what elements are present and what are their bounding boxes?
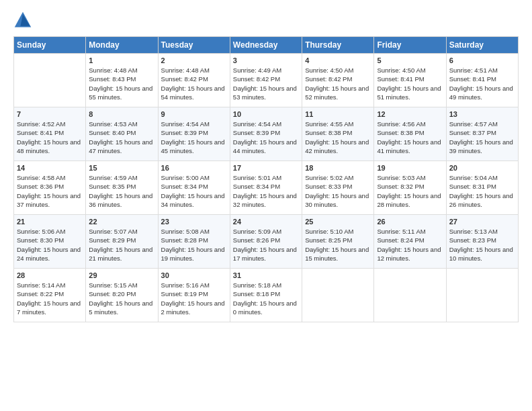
- day-info: Sunrise: 4:50 AM Sunset: 8:41 PM Dayligh…: [377, 66, 443, 101]
- day-number: 24: [233, 218, 299, 226]
- calendar-week-row: 1Sunrise: 4:48 AM Sunset: 8:43 PM Daylig…: [14, 54, 519, 107]
- day-info: Sunrise: 4:54 AM Sunset: 8:39 PM Dayligh…: [161, 120, 227, 155]
- day-info: Sunrise: 4:48 AM Sunset: 8:42 PM Dayligh…: [161, 66, 227, 101]
- day-number: 16: [161, 164, 227, 172]
- logo-icon: [13, 11, 32, 30]
- day-info: Sunrise: 4:51 AM Sunset: 8:41 PM Dayligh…: [449, 66, 515, 101]
- day-number: 3: [233, 56, 299, 64]
- day-info: Sunrise: 5:04 AM Sunset: 8:31 PM Dayligh…: [449, 173, 515, 209]
- day-number: 4: [305, 56, 371, 64]
- calendar-cell: 29Sunrise: 5:15 AM Sunset: 8:20 PM Dayli…: [86, 269, 158, 322]
- day-info: Sunrise: 5:13 AM Sunset: 8:23 PM Dayligh…: [449, 227, 515, 263]
- day-number: 22: [89, 218, 154, 226]
- calendar-week-row: 14Sunrise: 4:58 AM Sunset: 8:36 PM Dayli…: [14, 161, 519, 215]
- calendar-cell: 12Sunrise: 4:56 AM Sunset: 8:38 PM Dayli…: [374, 107, 446, 161]
- day-number: 31: [233, 271, 299, 279]
- day-number: 20: [449, 164, 515, 172]
- day-info: Sunrise: 5:11 AM Sunset: 8:24 PM Dayligh…: [377, 227, 443, 263]
- calendar-cell: 24Sunrise: 5:09 AM Sunset: 8:26 PM Dayli…: [230, 215, 302, 269]
- day-number: 30: [161, 271, 227, 279]
- calendar-cell: 23Sunrise: 5:08 AM Sunset: 8:28 PM Dayli…: [158, 215, 230, 269]
- day-info: Sunrise: 5:00 AM Sunset: 8:34 PM Dayligh…: [161, 173, 227, 209]
- day-number: 9: [161, 110, 227, 118]
- day-number: 15: [89, 164, 154, 172]
- day-number: 8: [89, 110, 154, 118]
- day-info: Sunrise: 5:16 AM Sunset: 8:19 PM Dayligh…: [161, 281, 227, 316]
- day-info: Sunrise: 5:18 AM Sunset: 8:18 PM Dayligh…: [233, 281, 299, 316]
- calendar-cell: [446, 269, 518, 322]
- day-info: Sunrise: 5:03 AM Sunset: 8:32 PM Dayligh…: [377, 173, 443, 209]
- calendar-cell: 10Sunrise: 4:54 AM Sunset: 8:39 PM Dayli…: [230, 107, 302, 161]
- calendar-cell: 20Sunrise: 5:04 AM Sunset: 8:31 PM Dayli…: [446, 161, 518, 215]
- day-info: Sunrise: 5:02 AM Sunset: 8:33 PM Dayligh…: [305, 173, 371, 209]
- day-info: Sunrise: 4:48 AM Sunset: 8:43 PM Dayligh…: [89, 66, 154, 101]
- header: [13, 11, 519, 30]
- calendar-cell: 13Sunrise: 4:57 AM Sunset: 8:37 PM Dayli…: [446, 107, 518, 161]
- day-info: Sunrise: 4:53 AM Sunset: 8:40 PM Dayligh…: [89, 120, 154, 155]
- calendar-cell: 22Sunrise: 5:07 AM Sunset: 8:29 PM Dayli…: [86, 215, 158, 269]
- calendar-cell: [14, 54, 86, 107]
- day-info: Sunrise: 4:55 AM Sunset: 8:38 PM Dayligh…: [305, 120, 371, 155]
- day-info: Sunrise: 5:14 AM Sunset: 8:22 PM Dayligh…: [17, 281, 83, 316]
- calendar-cell: 14Sunrise: 4:58 AM Sunset: 8:36 PM Dayli…: [14, 161, 86, 215]
- day-number: 14: [17, 164, 83, 172]
- weekday-header: Sunday: [14, 37, 86, 54]
- day-info: Sunrise: 4:50 AM Sunset: 8:42 PM Dayligh…: [305, 66, 371, 101]
- day-number: 21: [17, 218, 83, 226]
- day-info: Sunrise: 4:57 AM Sunset: 8:37 PM Dayligh…: [449, 120, 515, 155]
- day-info: Sunrise: 5:08 AM Sunset: 8:28 PM Dayligh…: [161, 227, 227, 263]
- day-info: Sunrise: 5:09 AM Sunset: 8:26 PM Dayligh…: [233, 227, 299, 263]
- day-info: Sunrise: 5:15 AM Sunset: 8:20 PM Dayligh…: [89, 281, 154, 316]
- calendar-cell: 2Sunrise: 4:48 AM Sunset: 8:42 PM Daylig…: [158, 54, 230, 107]
- calendar-cell: 5Sunrise: 4:50 AM Sunset: 8:41 PM Daylig…: [374, 54, 446, 107]
- day-info: Sunrise: 5:06 AM Sunset: 8:30 PM Dayligh…: [17, 227, 83, 263]
- day-info: Sunrise: 5:10 AM Sunset: 8:25 PM Dayligh…: [305, 227, 371, 263]
- calendar: SundayMondayTuesdayWednesdayThursdayFrid…: [13, 36, 519, 322]
- calendar-week-row: 7Sunrise: 4:52 AM Sunset: 8:41 PM Daylig…: [14, 107, 519, 161]
- day-info: Sunrise: 5:07 AM Sunset: 8:29 PM Dayligh…: [89, 227, 154, 263]
- calendar-week-row: 21Sunrise: 5:06 AM Sunset: 8:30 PM Dayli…: [14, 215, 519, 269]
- day-info: Sunrise: 4:58 AM Sunset: 8:36 PM Dayligh…: [17, 173, 83, 209]
- day-number: 11: [305, 110, 371, 118]
- calendar-cell: 18Sunrise: 5:02 AM Sunset: 8:33 PM Dayli…: [302, 161, 374, 215]
- day-number: 6: [449, 56, 515, 64]
- calendar-cell: 30Sunrise: 5:16 AM Sunset: 8:19 PM Dayli…: [158, 269, 230, 322]
- day-number: 10: [233, 110, 299, 118]
- day-info: Sunrise: 4:49 AM Sunset: 8:42 PM Dayligh…: [233, 66, 299, 101]
- day-number: 23: [161, 218, 227, 226]
- page: SundayMondayTuesdayWednesdayThursdayFrid…: [0, 0, 532, 411]
- calendar-cell: 15Sunrise: 4:59 AM Sunset: 8:35 PM Dayli…: [86, 161, 158, 215]
- calendar-cell: 1Sunrise: 4:48 AM Sunset: 8:43 PM Daylig…: [86, 54, 158, 107]
- calendar-cell: 31Sunrise: 5:18 AM Sunset: 8:18 PM Dayli…: [230, 269, 302, 322]
- calendar-cell: 28Sunrise: 5:14 AM Sunset: 8:22 PM Dayli…: [14, 269, 86, 322]
- calendar-cell: 8Sunrise: 4:53 AM Sunset: 8:40 PM Daylig…: [86, 107, 158, 161]
- weekday-header: Friday: [374, 37, 446, 54]
- day-number: 26: [377, 218, 443, 226]
- calendar-cell: [374, 269, 446, 322]
- weekday-header: Tuesday: [158, 37, 230, 54]
- day-info: Sunrise: 4:56 AM Sunset: 8:38 PM Dayligh…: [377, 120, 443, 155]
- day-number: 18: [305, 164, 371, 172]
- weekday-header: Monday: [86, 37, 158, 54]
- weekday-header: Saturday: [446, 37, 518, 54]
- day-number: 19: [377, 164, 443, 172]
- day-number: 27: [449, 218, 515, 226]
- logo: [13, 11, 35, 30]
- calendar-cell: 19Sunrise: 5:03 AM Sunset: 8:32 PM Dayli…: [374, 161, 446, 215]
- calendar-cell: 4Sunrise: 4:50 AM Sunset: 8:42 PM Daylig…: [302, 54, 374, 107]
- day-number: 17: [233, 164, 299, 172]
- calendar-cell: 11Sunrise: 4:55 AM Sunset: 8:38 PM Dayli…: [302, 107, 374, 161]
- day-number: 25: [305, 218, 371, 226]
- calendar-week-row: 28Sunrise: 5:14 AM Sunset: 8:22 PM Dayli…: [14, 269, 519, 322]
- day-number: 1: [89, 56, 154, 64]
- day-number: 2: [161, 56, 227, 64]
- day-number: 12: [377, 110, 443, 118]
- day-number: 5: [377, 56, 443, 64]
- weekday-header-row: SundayMondayTuesdayWednesdayThursdayFrid…: [14, 37, 519, 54]
- calendar-cell: 26Sunrise: 5:11 AM Sunset: 8:24 PM Dayli…: [374, 215, 446, 269]
- calendar-cell: 6Sunrise: 4:51 AM Sunset: 8:41 PM Daylig…: [446, 54, 518, 107]
- weekday-header: Thursday: [302, 37, 374, 54]
- calendar-cell: 3Sunrise: 4:49 AM Sunset: 8:42 PM Daylig…: [230, 54, 302, 107]
- calendar-cell: [302, 269, 374, 322]
- calendar-cell: 21Sunrise: 5:06 AM Sunset: 8:30 PM Dayli…: [14, 215, 86, 269]
